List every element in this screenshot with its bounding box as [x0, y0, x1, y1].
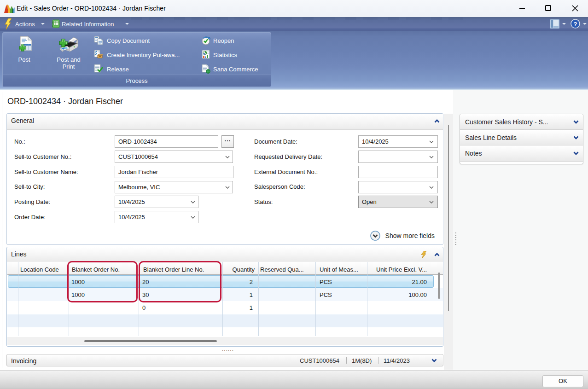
- svg-text:?: ?: [574, 21, 577, 28]
